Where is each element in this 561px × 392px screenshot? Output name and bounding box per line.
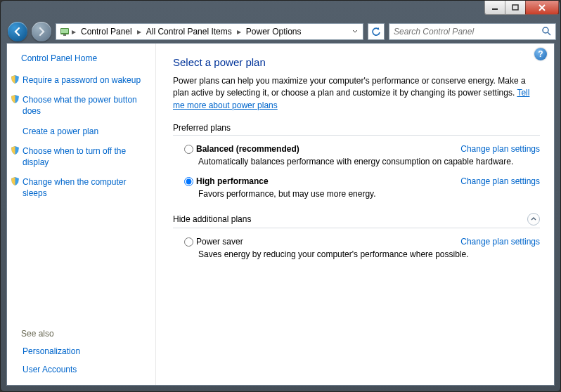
see-also-personalization[interactable]: Personalization <box>10 346 147 357</box>
chevron-right-icon: ▸ <box>72 27 76 37</box>
search-icon[interactable] <box>541 26 553 38</box>
maximize-button[interactable] <box>505 1 526 15</box>
sidebar-item-label[interactable]: Choose when to turn off the display <box>22 145 147 168</box>
back-button[interactable] <box>8 22 27 41</box>
plan-description: Saves energy by reducing your computer's… <box>198 249 540 259</box>
minimize-button[interactable] <box>484 1 505 15</box>
sidebar-item-label[interactable]: Change when the computer sleeps <box>22 176 147 199</box>
see-also-user-accounts[interactable]: User Accounts <box>10 364 147 375</box>
change-plan-settings-link[interactable]: Change plan settings <box>460 237 540 247</box>
sidebar-item-power-button[interactable]: Choose what the power button does <box>10 94 147 117</box>
svg-rect-1 <box>512 5 518 10</box>
plan-name[interactable]: Balanced (recommended) <box>196 144 299 154</box>
sidebar-item-label[interactable]: Require a password on wakeup <box>22 74 147 86</box>
chevron-right-icon: ▸ <box>237 27 241 37</box>
svg-rect-0 <box>492 8 498 10</box>
shield-icon <box>10 74 20 84</box>
shield-icon <box>10 176 20 185</box>
plan-description: Automatically balances performance with … <box>198 157 540 166</box>
address-bar[interactable]: ▸ Control Panel ▸ All Control Panel Item… <box>56 23 363 40</box>
window-frame: ▸ Control Panel ▸ All Control Panel Item… <box>0 0 561 392</box>
search-box[interactable] <box>389 23 556 40</box>
plan-name[interactable]: Power saver <box>196 237 243 247</box>
sidebar-item-create-plan[interactable]: Create a power plan <box>10 126 147 137</box>
forward-button[interactable] <box>32 22 51 41</box>
svg-line-6 <box>548 32 550 35</box>
chevron-right-icon: ▸ <box>137 27 141 37</box>
see-also-link[interactable]: User Accounts <box>22 364 147 375</box>
breadcrumb[interactable]: Power Options <box>243 27 305 37</box>
client-area: Control Panel Home Require a password on… <box>6 43 555 386</box>
titlebar <box>1 1 560 20</box>
page-title: Select a power plan <box>173 56 540 68</box>
plan-high-performance: High performance Change plan settings Fa… <box>184 176 540 199</box>
sidebar-item-label[interactable]: Choose what the power button does <box>22 94 147 117</box>
sidebar-item-computer-sleeps[interactable]: Change when the computer sleeps <box>10 176 147 199</box>
additional-plans-label: Hide additional plans <box>173 213 540 228</box>
sidebar-item-turn-off-display[interactable]: Choose when to turn off the display <box>10 145 147 168</box>
change-plan-settings-link[interactable]: Change plan settings <box>460 176 540 186</box>
help-icon[interactable]: ? <box>534 48 547 60</box>
svg-point-5 <box>543 27 548 33</box>
address-dropdown-icon[interactable] <box>349 29 361 34</box>
breadcrumb[interactable]: All Control Panel Items <box>143 27 236 37</box>
page-description: Power plans can help you maximize your c… <box>173 75 540 112</box>
svg-rect-3 <box>61 29 68 33</box>
search-input[interactable] <box>392 26 541 37</box>
control-panel-icon <box>59 26 70 37</box>
refresh-button[interactable] <box>368 23 385 40</box>
preferred-plans-label: Preferred plans <box>173 123 540 136</box>
close-button[interactable] <box>525 1 559 15</box>
plan-name[interactable]: High performance <box>196 176 269 186</box>
collapse-additional-icon[interactable] <box>527 213 540 226</box>
nav-row: ▸ Control Panel ▸ All Control Panel Item… <box>1 20 560 43</box>
sidebar-item-require-password[interactable]: Require a password on wakeup <box>10 74 147 86</box>
shield-icon <box>10 145 20 155</box>
see-also-label: See also <box>21 329 147 339</box>
sidebar-item-label[interactable]: Create a power plan <box>22 126 147 137</box>
see-also-link[interactable]: Personalization <box>22 346 147 357</box>
plan-power-saver: Power saver Change plan settings Saves e… <box>184 237 540 259</box>
main-content: ? Select a power plan Power plans can he… <box>156 44 554 385</box>
breadcrumb[interactable]: Control Panel <box>77 27 136 37</box>
plan-description: Favors performance, but may use more ene… <box>198 189 540 199</box>
change-plan-settings-link[interactable]: Change plan settings <box>460 144 540 154</box>
sidebar: Control Panel Home Require a password on… <box>7 44 156 385</box>
svg-rect-4 <box>63 34 66 36</box>
window-controls <box>485 1 559 15</box>
plan-radio-high-performance[interactable] <box>184 177 193 186</box>
control-panel-home-link[interactable]: Control Panel Home <box>21 53 147 63</box>
plan-balanced: Balanced (recommended) Change plan setti… <box>184 144 540 166</box>
plan-radio-power-saver[interactable] <box>184 237 193 247</box>
shield-icon <box>10 94 20 103</box>
plan-radio-balanced[interactable] <box>184 145 193 154</box>
